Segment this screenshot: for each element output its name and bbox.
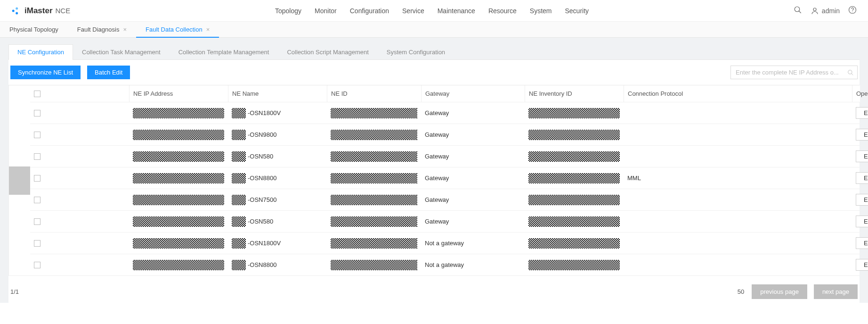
edit-button[interactable]: Edit [856, 237, 868, 249]
next-page-button[interactable]: next page [814, 284, 858, 299]
row-checkbox[interactable] [34, 175, 41, 182]
cell-ne-ip [129, 211, 228, 233]
redacted-name-prefix [232, 108, 246, 118]
row-checkbox[interactable] [34, 240, 41, 247]
select-all-checkbox[interactable] [34, 91, 41, 97]
th-ne-ip: NE IP Address [129, 85, 228, 102]
ws-tab-physical-topology[interactable]: Physical Topology [0, 22, 68, 37]
th-ne-name: NE Name [228, 85, 327, 102]
edit-button[interactable]: Edit [856, 259, 868, 271]
previous-page-button[interactable]: previous page [752, 284, 807, 299]
cell-ne-ip [129, 102, 228, 124]
row-checkbox[interactable] [34, 132, 41, 138]
row-checkbox[interactable] [34, 262, 41, 268]
cell-ne-id [327, 167, 421, 189]
redacted-name-prefix [232, 130, 246, 140]
subtab-ne-configuration[interactable]: NE Configuration [8, 44, 73, 59]
edit-button[interactable]: Edit [856, 107, 868, 119]
subtab-collection-task-mgmt[interactable]: Collection Task Management [73, 44, 170, 59]
redacted-name-prefix [232, 151, 246, 162]
cell-ne-ip [129, 233, 228, 254]
cell-gateway: Gateway [421, 189, 525, 211]
th-protocol: Connection Protocol [624, 85, 852, 102]
svg-point-6 [849, 7, 856, 14]
redacted-ip [133, 260, 224, 270]
cell-gateway: Gateway [421, 124, 525, 146]
svg-point-8 [848, 70, 852, 74]
topnav-service[interactable]: Service [402, 7, 424, 15]
search-input[interactable] [730, 66, 858, 79]
cell-ne-id [327, 102, 421, 124]
redacted-id [331, 173, 417, 183]
user-menu[interactable]: admin [811, 7, 840, 15]
topnav-system[interactable]: System [530, 7, 552, 15]
svg-point-5 [813, 8, 816, 11]
brand: iMaster NCE [11, 6, 70, 16]
brand-suffix: NCE [56, 7, 71, 15]
edit-button[interactable]: Edit [856, 194, 868, 206]
cell-ne-ip [129, 254, 228, 276]
topnav-configuration[interactable]: Configuration [350, 7, 389, 15]
topnav-topology[interactable]: Topology [275, 7, 301, 15]
subtab-system-configuration[interactable]: System Configuration [378, 44, 454, 59]
help-icon[interactable] [848, 6, 857, 16]
cell-ne-name: -OSN580 [228, 146, 327, 167]
topnav-resource[interactable]: Resource [488, 7, 517, 15]
svg-point-1 [16, 7, 18, 9]
ws-tab-label: Physical Topology [9, 26, 58, 33]
row-select [30, 167, 129, 189]
batch-edit-button[interactable]: Batch Edit [87, 66, 130, 79]
cell-gateway: Not a gateway [421, 254, 525, 276]
cell-ne-inventory [525, 189, 624, 211]
cell-ne-name: -OSN580 [228, 211, 327, 233]
page-size[interactable]: 50 [738, 288, 744, 295]
ne-name-suffix: -OSN8800 [248, 174, 276, 182]
cell-protocol [624, 211, 852, 233]
topnav-monitor[interactable]: Monitor [315, 7, 337, 15]
redacted-ip [133, 108, 224, 118]
redacted-inventory [528, 260, 620, 270]
close-icon[interactable]: × [206, 26, 210, 33]
edit-button[interactable]: Edit [856, 150, 868, 162]
cell-operation: EditReset [852, 167, 860, 189]
ws-tab-fault-diagnosis[interactable]: Fault Diagnosis × [68, 22, 136, 37]
edit-button[interactable]: Edit [856, 129, 868, 141]
scroll-thumb[interactable] [9, 166, 30, 195]
subtab-collection-template-mgmt[interactable]: Collection Template Management [170, 44, 278, 59]
ws-tab-fault-data-collection[interactable]: Fault Data Collection × [136, 22, 219, 37]
redacted-inventory [528, 173, 620, 183]
cell-ne-inventory [525, 167, 624, 189]
row-checkbox[interactable] [34, 110, 41, 116]
topnav-maintenance[interactable]: Maintenance [438, 7, 475, 15]
cell-operation: EditReset [852, 211, 860, 233]
redacted-id [331, 130, 417, 140]
redacted-name-prefix [232, 216, 246, 227]
redacted-inventory [528, 238, 620, 249]
svg-line-9 [852, 73, 853, 75]
subtab-collection-script-mgmt[interactable]: Collection Script Management [278, 44, 377, 59]
global-search-icon[interactable] [794, 6, 802, 16]
cell-operation: EditReset [852, 189, 860, 211]
search-icon[interactable] [847, 69, 854, 76]
redacted-id [331, 151, 417, 162]
row-checkbox[interactable] [34, 218, 41, 225]
synchronize-ne-list-button[interactable]: Synchronize NE List [10, 66, 81, 79]
edit-button[interactable]: Edit [856, 172, 868, 184]
cell-ne-inventory [525, 254, 624, 276]
row-select [30, 211, 129, 233]
scrollbar[interactable] [8, 85, 30, 276]
cell-ne-ip [129, 146, 228, 167]
cell-ne-name: -OSN9800 [228, 124, 327, 146]
edit-button[interactable]: Edit [856, 216, 868, 227]
redacted-name-prefix [232, 238, 246, 249]
close-icon[interactable]: × [123, 26, 127, 33]
redacted-ip [133, 151, 224, 162]
row-checkbox[interactable] [34, 153, 41, 160]
topnav-security[interactable]: Security [565, 7, 589, 15]
cell-ne-id [327, 211, 421, 233]
row-checkbox[interactable] [34, 197, 41, 203]
page-indicator: 1/1 [10, 288, 19, 295]
th-select-all [30, 85, 129, 102]
cell-gateway: Gateway [421, 167, 525, 189]
svg-point-7 [852, 12, 852, 12]
